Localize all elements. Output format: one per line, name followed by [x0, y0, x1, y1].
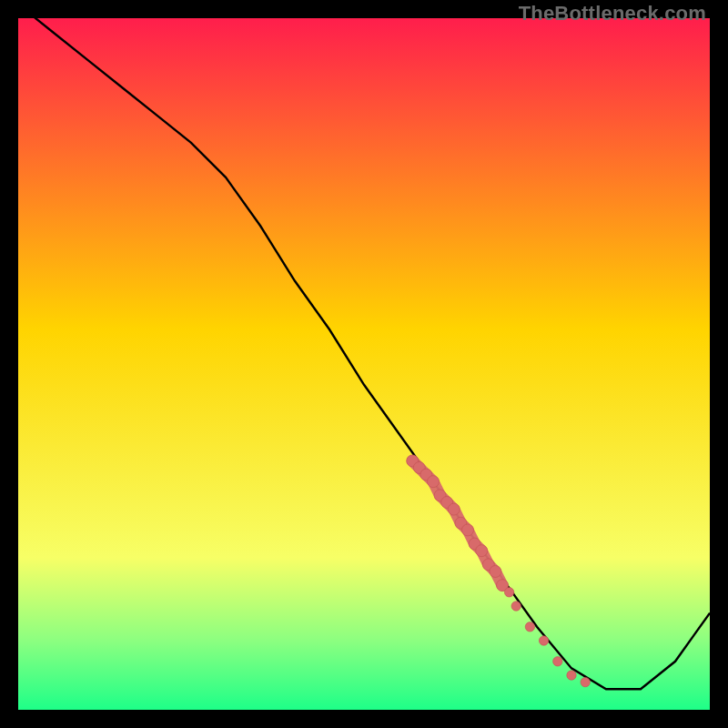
- marker-dot: [490, 566, 501, 578]
- watermark-text: TheBottleneck.com: [519, 2, 706, 25]
- chart-frame: [18, 18, 710, 710]
- marker-dot: [504, 588, 513, 597]
- marker-dot: [567, 671, 576, 680]
- marker-dot: [448, 503, 460, 515]
- gradient-background: [18, 18, 710, 710]
- marker-dot: [581, 677, 590, 686]
- bottleneck-chart: [18, 18, 710, 710]
- marker-dot: [428, 476, 440, 488]
- marker-dot: [476, 545, 488, 557]
- marker-dot: [553, 657, 562, 666]
- marker-dot: [539, 636, 548, 645]
- marker-dot: [511, 602, 521, 611]
- marker-dot: [525, 622, 534, 632]
- marker-dot: [462, 524, 474, 536]
